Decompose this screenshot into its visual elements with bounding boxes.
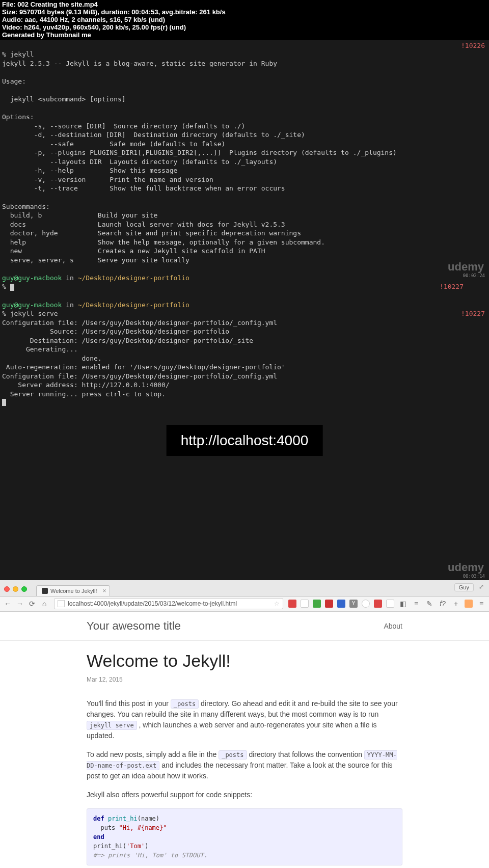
user-badge[interactable]: Guy: [454, 583, 474, 591]
url-text: localhost:4000/jekyll/update/2015/03/12/…: [68, 600, 237, 607]
extension-icon[interactable]: [301, 600, 309, 608]
prompt-path: ~/Desktop/designer-portfolio: [78, 301, 189, 309]
inline-code: jekyll serve: [87, 721, 137, 730]
terminal-line: Auto-regeneration: enabled for '/Users/g…: [2, 363, 285, 371]
terminal-line: doctor, hyde Search site and print speci…: [2, 229, 301, 237]
terminal-line: Server address: http://127.0.0.1:4000/: [2, 381, 170, 389]
terminal-line: -s, --source [DIR] Source directory (def…: [2, 122, 245, 130]
terminal-line: % jekyll: [2, 50, 34, 58]
extension-icon[interactable]: [313, 600, 321, 608]
command-input: jekyll serve: [10, 310, 58, 317]
expand-icon[interactable]: ⤢: [479, 583, 486, 590]
terminal-window[interactable]: !10226% jekyll jekyll 2.5.3 -- Jekyll is…: [0, 40, 489, 580]
paragraph: You'll find this post in your _posts dir…: [87, 698, 402, 741]
menu-button[interactable]: ≡: [477, 600, 486, 608]
extension-icon[interactable]: ≡: [412, 600, 421, 608]
browser-toolbar: ← → ⟳ ⌂ localhost:4000/jekyll/update/201…: [0, 596, 489, 612]
prompt-path: ~/Desktop/designer-portfolio: [78, 274, 189, 282]
terminal-line: -h, --help Show this message: [2, 167, 177, 174]
terminal-line: --safe Safe mode (defaults to false): [2, 140, 225, 148]
browser-tab-bar: Welcome to Jekyll! × Guy ⤢: [0, 580, 489, 596]
home-button[interactable]: ⌂: [40, 600, 49, 608]
terminal-line: build, b Build your site: [2, 211, 157, 219]
terminal-line: jekyll 2.5.3 -- Jekyll is a blog-aware, …: [2, 60, 277, 67]
extension-icons: Y ◧ ≡ ✎ f? + ≡: [288, 600, 486, 608]
extension-icon[interactable]: f?: [438, 600, 447, 608]
terminal-line: Destination: /Users/guy/Desktop/designer…: [2, 337, 253, 344]
terminal-line: Source: /Users/guy/Desktop/designer-port…: [2, 328, 229, 335]
extension-icon[interactable]: [465, 600, 473, 608]
favicon-icon: [42, 588, 48, 594]
post-title: Welcome to Jekyll!: [87, 651, 402, 671]
extension-icon[interactable]: [288, 600, 296, 608]
terminal-line: jekyll <subcommand> [options]: [2, 95, 126, 103]
extension-icon[interactable]: [362, 600, 370, 608]
maximize-window-button[interactable]: [21, 586, 27, 592]
bookmark-star-icon[interactable]: ☆: [274, 600, 280, 607]
reload-button[interactable]: ⟳: [28, 600, 37, 608]
page-content: Your awesome title About Welcome to Jeky…: [0, 612, 489, 868]
cursor-block: [2, 399, 6, 406]
post-content: Welcome to Jekyll! Mar 12, 2015 You'll f…: [82, 641, 408, 868]
terminal-line: Usage:: [2, 77, 26, 85]
url-overlay-label: http://localhost:4000: [167, 425, 323, 456]
cursor-block: [10, 284, 14, 291]
terminal-line: help Show the help message, optionally f…: [2, 238, 325, 246]
paragraph: To add new posts, simply add a file in t…: [87, 749, 402, 781]
forward-button[interactable]: →: [15, 600, 24, 608]
minimize-window-button[interactable]: [13, 586, 18, 592]
video-timestamp: 00:03:14: [463, 573, 485, 579]
terminal-line: Subcommands:: [2, 203, 50, 210]
extension-icon[interactable]: Y: [349, 600, 358, 608]
history-number: !10227: [461, 309, 485, 318]
extension-icon[interactable]: [374, 600, 382, 608]
post-date: Mar 12, 2015: [87, 676, 402, 683]
extension-icon[interactable]: [386, 600, 394, 608]
paragraph: Jekyll also offers powerful support for …: [87, 790, 402, 800]
terminal-line: Configuration file: /Users/guy/Desktop/d…: [2, 372, 277, 380]
site-header: Your awesome title About: [0, 612, 489, 641]
prompt-user: guy@guy-macbook: [2, 274, 62, 282]
nav-about-link[interactable]: About: [384, 622, 402, 630]
inline-code: _posts: [171, 699, 199, 709]
terminal-line: new Creates a new Jekyll site scaffold i…: [2, 247, 265, 255]
extension-icon[interactable]: ✎: [425, 600, 434, 608]
close-tab-icon[interactable]: ×: [102, 587, 106, 594]
terminal-line: -t, --trace Show the full backtrace when…: [2, 184, 285, 192]
extension-icon[interactable]: ◧: [398, 600, 408, 608]
terminal-line: Server running... press ctrl-c to stop.: [2, 390, 166, 398]
site-title[interactable]: Your awesome title: [87, 619, 181, 633]
close-window-button[interactable]: [4, 586, 10, 592]
video-timestamp: 00:02:24: [463, 273, 485, 279]
terminal-line: Configuration file: /Users/guy/Desktop/d…: [2, 319, 277, 327]
code-block: def print_hi(name) puts "Hi, #{name}" en…: [87, 808, 402, 865]
extension-icon[interactable]: [337, 600, 345, 608]
media-info-header: File: 002 Creating the site.mp4 Size: 95…: [0, 0, 489, 40]
browser-tab[interactable]: Welcome to Jekyll! ×: [36, 585, 110, 596]
history-number: !10227: [440, 282, 464, 291]
back-button[interactable]: ←: [3, 600, 12, 608]
address-bar[interactable]: localhost:4000/jekyll/update/2015/03/12/…: [54, 598, 283, 609]
terminal-line: -d, --destination [DIR] Destination dire…: [2, 131, 305, 139]
terminal-line: Options:: [2, 113, 34, 121]
terminal-line: done.: [2, 355, 102, 362]
window-controls: [0, 586, 31, 596]
inline-code: _posts: [219, 750, 247, 760]
page-icon: [58, 600, 65, 607]
terminal-line: serve, server, s Serve your site locally: [2, 256, 189, 264]
extension-icon[interactable]: +: [451, 600, 460, 608]
terminal-line: --layouts DIR Layouts directory (default…: [2, 158, 277, 166]
extension-icon[interactable]: [325, 600, 333, 608]
terminal-line: -v, --version Print the name and version: [2, 176, 213, 183]
terminal-line: -p, --plugins PLUGINS_DIR1[,PLUGINS_DIR2…: [2, 149, 397, 156]
terminal-line: docs Launch local server with docs for J…: [2, 221, 285, 228]
terminal-line: Generating...: [2, 345, 78, 353]
history-number: !10226: [461, 41, 485, 50]
prompt-user: guy@guy-macbook: [2, 301, 62, 309]
tab-title: Welcome to Jekyll!: [50, 588, 97, 594]
